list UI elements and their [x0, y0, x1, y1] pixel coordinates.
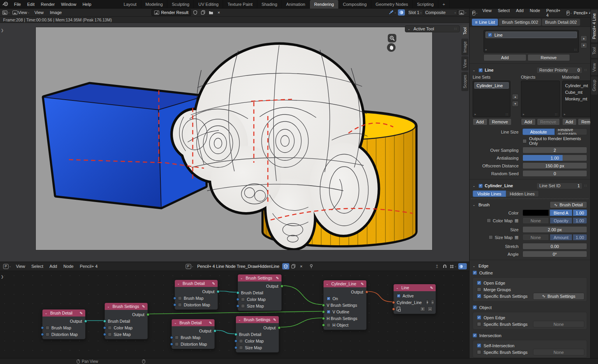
input-socket[interactable] — [392, 301, 395, 304]
node-menu-add[interactable]: Add — [46, 263, 60, 269]
node-tree-select[interactable]: P ⌄ — [185, 263, 195, 269]
list-item[interactable]: ✓ Line — [485, 32, 577, 38]
input-socket[interactable] — [173, 297, 176, 300]
workspace-tab-scripting[interactable]: Scripting — [413, 0, 438, 9]
blend-amount-field[interactable]: 1.00 — [573, 209, 587, 216]
random-seed-field[interactable]: 0 — [522, 170, 587, 177]
props-menu-pencil-4[interactable]: Pencil+ 4 — [543, 9, 563, 18]
props-menu-node[interactable]: Node — [527, 9, 543, 18]
input-socket[interactable] — [236, 304, 239, 308]
render-priority-field[interactable]: Render Priority 0 — [536, 67, 582, 74]
menubar-item-file[interactable]: File — [11, 1, 24, 7]
lineset-on-checkbox[interactable]: ✓ — [478, 184, 483, 188]
unlink-image-icon[interactable]: × — [215, 9, 222, 16]
props-side-tab-group[interactable]: Group — [591, 76, 598, 95]
tree-unlink-icon[interactable]: × — [298, 263, 305, 269]
blend-mode-field[interactable]: Blend A — [550, 209, 572, 216]
intersection-checkbox[interactable]: ✓ — [473, 333, 477, 338]
input-socket[interactable] — [392, 308, 395, 311]
node-checkbox[interactable]: ✓ — [327, 310, 331, 314]
gizmos-toggle-icon[interactable]: ⌄ — [388, 9, 397, 16]
size-map-checkbox[interactable] — [489, 235, 493, 239]
opacity-label-field[interactable]: Opacity — [550, 217, 572, 224]
opacity-value-field[interactable]: 1.00 — [573, 217, 587, 224]
material-add-button[interactable]: Add — [562, 118, 577, 125]
self-intersection-checkbox[interactable]: ✓ — [477, 343, 481, 348]
props-tab-brush-detail-002[interactable]: Brush Detail.002 — [542, 19, 580, 26]
input-socket[interactable] — [236, 291, 239, 294]
lineset-remove-button[interactable]: Remove — [489, 118, 512, 125]
line-on-checkbox[interactable]: ✓ — [478, 68, 483, 72]
rename-pencil-icon[interactable]: ✎ — [212, 281, 215, 286]
rename-pencil-icon[interactable]: ✎ — [273, 318, 276, 322]
input-socket[interactable] — [173, 303, 176, 306]
node-checkbox[interactable] — [175, 342, 179, 346]
workspace-tab-layout[interactable]: Layout — [120, 0, 141, 9]
line-set-item[interactable]: Cylinder_Line — [474, 82, 509, 89]
workspace-tab-shading[interactable]: Shading — [257, 0, 282, 9]
node-checkbox[interactable] — [241, 304, 245, 308]
image-side-tab-tool[interactable]: Tool — [461, 25, 468, 37]
line-list-box[interactable]: ✓ Line ▸∷ — [484, 30, 579, 53]
node-brush-detail[interactable]: ⌄Brush Detail✎OutputBrush MapDistortion … — [42, 309, 86, 339]
props-menu-view[interactable]: View — [479, 9, 495, 18]
output-socket[interactable] — [278, 326, 281, 329]
line-add-button[interactable]: Add — [484, 54, 526, 61]
workspace-tab-geometry-nodes[interactable]: Geometry Nodes — [371, 0, 413, 9]
snap-magnet-icon[interactable] — [441, 263, 448, 269]
editor-type-button[interactable]: ⌄ — [2, 9, 11, 16]
line-sets-box[interactable]: Cylinder_Line ▸∷ — [473, 81, 510, 117]
line-remove-button[interactable]: Remove — [528, 54, 570, 61]
color-map-checkbox[interactable] — [487, 218, 491, 223]
add-socket-button[interactable]: + — [420, 306, 425, 311]
visible-lines-tab[interactable]: Visible Lines — [473, 190, 506, 197]
workspace-tab-modeling[interactable]: Modeling — [141, 0, 168, 9]
node-canvas[interactable]: ❯ ⌄Brush Detail✎OutputBrush MapDistortio… — [0, 271, 469, 358]
node-checkbox[interactable] — [46, 326, 49, 330]
hidden-lines-tab[interactable]: Hidden Lines — [506, 190, 539, 197]
node-checkbox[interactable] — [241, 297, 245, 301]
pin-icon[interactable] — [308, 263, 315, 269]
brush-detail-button[interactable]: ∿Brush Detail — [550, 201, 587, 208]
output-socket[interactable] — [84, 320, 87, 323]
line-set-id-field[interactable]: Line Set ID 1 — [536, 183, 582, 189]
node-checkbox[interactable] — [46, 332, 49, 336]
workspace-tab-animation[interactable]: Animation — [282, 0, 310, 9]
input-socket[interactable] — [322, 324, 325, 327]
input-socket[interactable] — [322, 304, 325, 307]
slot-select[interactable]: Slot 1⌄ — [407, 9, 423, 16]
input-socket[interactable] — [234, 333, 237, 336]
stretch-field[interactable]: 0.00 — [522, 243, 587, 250]
node-checkbox[interactable] — [178, 296, 182, 300]
material-item[interactable]: Cube_mt — [563, 89, 590, 95]
workspace-tab-rendering[interactable]: Rendering — [310, 0, 339, 9]
line-enabled-checkbox[interactable]: ✓ — [488, 33, 492, 37]
props-editor-type-button[interactable]: P ⌄ — [471, 10, 478, 16]
node-checkbox[interactable] — [239, 346, 243, 350]
node-menu-view[interactable]: View — [13, 263, 28, 269]
node-header[interactable]: ⌄Brush Detail✎ — [42, 309, 85, 317]
collapse-icon[interactable]: ⌄ — [473, 184, 477, 188]
outline-brush-settings-button[interactable]: ∿Brush Settings — [533, 293, 584, 300]
node-menu-select[interactable]: Select — [28, 263, 47, 269]
object-open-edge-checkbox[interactable]: ✓ — [477, 315, 481, 320]
rename-pencil-icon[interactable]: ✎ — [430, 286, 433, 290]
offscreen-distance-field[interactable]: 150.00 px — [522, 162, 587, 169]
move-up-button[interactable]: ▲ — [580, 35, 587, 41]
angle-field[interactable]: 0° — [522, 251, 587, 257]
props-tree-select[interactable]: P ⌄ — [566, 10, 573, 16]
pass-select[interactable]: Composite⌄ — [424, 9, 457, 16]
new-image-icon[interactable] — [200, 9, 207, 16]
lineset-down-button[interactable]: ▼ — [512, 101, 519, 107]
node-checkbox[interactable] — [239, 339, 243, 343]
node-header[interactable]: ⌄Cylinder_Line✎ — [324, 280, 366, 287]
node-brush-settings[interactable]: ⌄Brush Settings✎OutputBrush DetailColor … — [237, 274, 282, 311]
rename-pencil-icon[interactable]: ✎ — [80, 311, 83, 315]
outline-checkbox[interactable]: ✓ — [473, 271, 477, 275]
collapse-icon[interactable]: ⌄ — [473, 264, 477, 268]
props-side-tab-pencil-4-line[interactable]: Pencil+ 4 Line — [591, 10, 598, 42]
node-toolbar-expand-icon[interactable]: ❯ — [1, 275, 4, 279]
lineset-up-button[interactable]: ▲ — [512, 94, 519, 100]
input-socket[interactable] — [103, 320, 106, 323]
workspace-tab-texture-paint[interactable]: Texture Paint — [223, 0, 257, 9]
